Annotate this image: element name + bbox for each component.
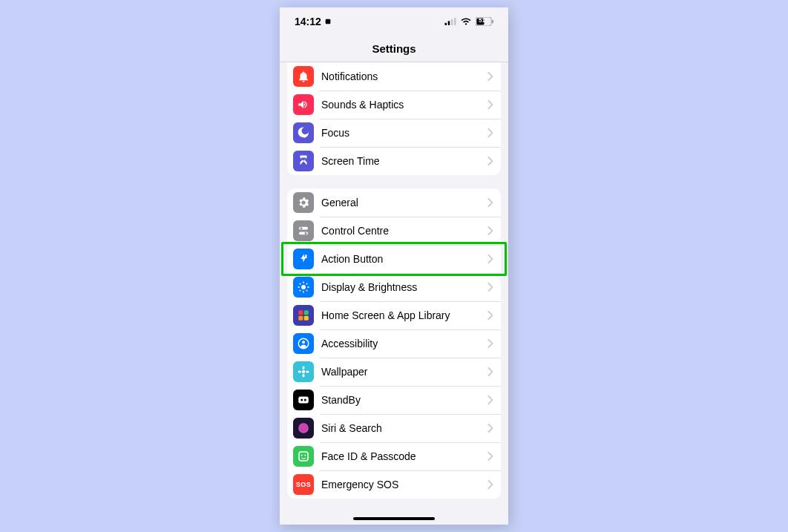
chevron-right-icon: [487, 157, 493, 165]
svg-point-35: [304, 399, 306, 401]
svg-point-9: [301, 227, 303, 229]
chevron-right-icon: [487, 424, 493, 433]
wifi-icon: [461, 18, 471, 25]
chevron-right-icon: [487, 128, 493, 137]
svg-point-34: [301, 399, 303, 401]
row-label: General: [321, 197, 487, 208]
row-label: Display & Brightness: [321, 281, 487, 293]
settings-row-screen-time[interactable]: Screen Time: [287, 147, 501, 175]
settings-row-sos[interactable]: SOSEmergency SOS: [287, 470, 501, 499]
gear-icon: [293, 192, 314, 213]
svg-point-30: [303, 374, 305, 378]
siri-icon: [293, 418, 314, 439]
svg-point-11: [305, 232, 307, 234]
status-bar: 14:12: [280, 7, 508, 36]
row-label: Focus: [321, 127, 487, 139]
action-icon: [293, 249, 314, 269]
toggles-icon: [293, 220, 314, 241]
cellular-icon: [444, 18, 456, 25]
nav-title: Settings: [280, 36, 508, 62]
chevron-right-icon: [487, 283, 493, 292]
svg-point-29: [303, 367, 305, 370]
person-icon: [293, 333, 314, 354]
settings-row-general[interactable]: General: [287, 188, 501, 217]
settings-row-focus[interactable]: Focus: [287, 119, 501, 147]
status-time: 14:12: [295, 16, 321, 27]
svg-rect-33: [298, 397, 309, 404]
svg-point-13: [301, 285, 306, 289]
svg-rect-4: [454, 18, 456, 25]
row-label: Face ID & Passcode: [321, 450, 487, 462]
hourglass-icon: [293, 151, 314, 171]
chevron-right-icon: [487, 452, 493, 461]
chevron-right-icon: [487, 100, 493, 109]
svg-rect-22: [298, 310, 303, 315]
chevron-right-icon: [487, 367, 493, 376]
svg-line-21: [306, 283, 308, 285]
grid-icon: [293, 305, 314, 326]
status-right: 51: [444, 17, 493, 26]
settings-group-group-b: GeneralControl CentreAction ButtonDispla…: [287, 188, 501, 499]
settings-row-control-centre[interactable]: Control Centre: [287, 217, 501, 245]
settings-row-sounds-haptics[interactable]: Sounds & Haptics: [287, 91, 501, 119]
settings-row-accessibility[interactable]: Accessibility: [287, 329, 501, 358]
settings-row-display[interactable]: Display & Brightness: [287, 273, 501, 301]
sun-icon: [293, 277, 314, 298]
row-label: Wallpaper: [321, 366, 487, 378]
svg-rect-37: [299, 452, 308, 461]
svg-rect-1: [445, 23, 447, 25]
row-label: Screen Time: [321, 155, 487, 167]
settings-row-notifications[interactable]: Notifications: [287, 62, 501, 91]
standby-icon: [293, 390, 314, 410]
svg-rect-3: [451, 19, 453, 25]
svg-line-19: [306, 290, 308, 292]
svg-point-28: [302, 370, 306, 374]
moon-icon: [293, 122, 314, 143]
chevron-right-icon: [487, 226, 493, 235]
chevron-right-icon: [487, 311, 493, 320]
settings-list[interactable]: NotificationsSounds & HapticsFocusScreen…: [280, 62, 508, 525]
svg-point-39: [304, 455, 306, 456]
chevron-right-icon: [487, 395, 493, 404]
svg-point-32: [306, 371, 309, 373]
sos-icon: SOS: [293, 474, 314, 495]
chevron-right-icon: [487, 72, 493, 81]
row-label: Control Centre: [321, 225, 487, 237]
svg-point-38: [301, 455, 303, 456]
location-icon: [324, 18, 332, 25]
svg-rect-0: [325, 19, 330, 24]
chevron-right-icon: [487, 254, 493, 263]
settings-row-siri[interactable]: Siri & Search: [287, 414, 501, 442]
row-label: Accessibility: [321, 338, 487, 349]
settings-row-standby[interactable]: StandBy: [287, 386, 501, 414]
svg-rect-23: [304, 310, 309, 315]
row-label: Sounds & Haptics: [321, 99, 487, 111]
svg-rect-12: [305, 254, 306, 258]
chevron-right-icon: [487, 339, 493, 348]
svg-rect-2: [448, 21, 450, 25]
settings-row-faceid[interactable]: Face ID & Passcode: [287, 442, 501, 470]
settings-group-group-a: NotificationsSounds & HapticsFocusScreen…: [287, 62, 501, 175]
bell-icon: [293, 66, 314, 87]
svg-rect-7: [492, 20, 493, 24]
device-frame: 14:12: [280, 7, 508, 525]
flower-icon: [293, 361, 314, 382]
row-label: Siri & Search: [321, 422, 487, 434]
row-label: Home Screen & App Library: [321, 309, 487, 321]
svg-line-18: [300, 283, 301, 285]
svg-rect-24: [298, 316, 303, 321]
page-title: Settings: [372, 42, 416, 55]
row-label: Notifications: [321, 70, 487, 82]
battery-percent: 51: [479, 17, 485, 24]
settings-row-wallpaper[interactable]: Wallpaper: [287, 358, 501, 386]
speaker-icon: [293, 94, 314, 115]
home-indicator[interactable]: [353, 517, 435, 520]
svg-line-20: [300, 290, 301, 292]
settings-row-action-button[interactable]: Action Button: [287, 245, 501, 273]
svg-point-31: [298, 371, 302, 373]
chevron-right-icon: [487, 198, 493, 207]
face-icon: [293, 446, 314, 467]
settings-row-home-screen[interactable]: Home Screen & App Library: [287, 301, 501, 329]
battery-icon: 51: [476, 17, 493, 26]
svg-point-36: [298, 423, 309, 433]
